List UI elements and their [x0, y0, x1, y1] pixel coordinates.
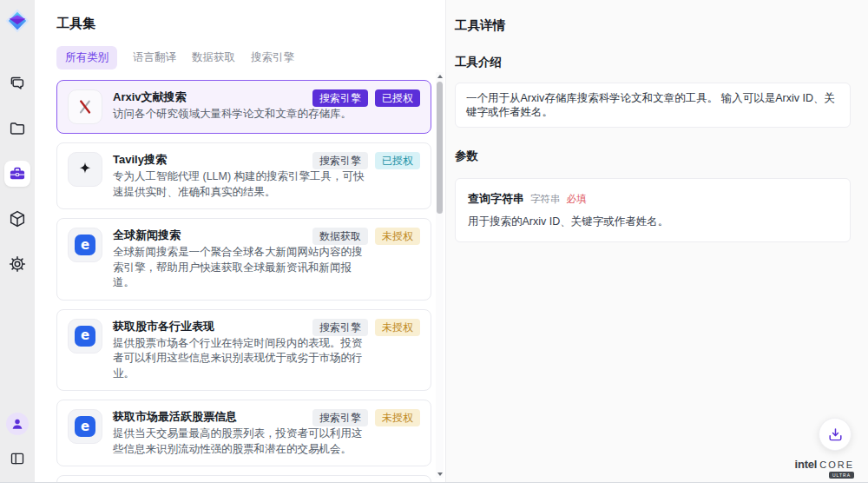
intro-heading: 工具介绍 [455, 55, 851, 70]
news-search-logo: e [75, 416, 95, 437]
tool-card[interactable]: Tavily搜索 专为人工智能代理 (LLM) 构建的搜索引擎工具，可快速提供实… [56, 142, 431, 209]
parameter-type: 字符串 [530, 193, 561, 206]
parameter-name: 查询字符串 [468, 191, 524, 207]
parameter-description: 用于搜索的Arxiv ID、关键字或作者姓名。 [468, 215, 838, 229]
category-tab[interactable]: 搜索引擎 [251, 46, 294, 69]
tool-description: 专为人工智能代理 (LLM) 构建的搜索引擎工具，可快速提供实时、准确和真实的结… [113, 169, 366, 200]
status-badge: 未授权 [375, 409, 420, 426]
news-search-icon: e [68, 319, 102, 354]
sidebar-item folder-icon[interactable] [4, 116, 30, 142]
tool-intro-card: 一个用于从Arxiv存储库搜索科学论文和文章的工具。 输入可以是Arxiv ID… [455, 83, 851, 128]
tool-card[interactable]: e 获取市场最活跃股票信息 提供当天交易量最高的股票列表，投资者可以利用这些信息… [56, 400, 431, 466]
tool-description: 提供当天交易量最高的股票列表，投资者可以利用这些信息来识别流动性强的股票和潜在的… [113, 426, 366, 457]
tool-intro-text: 一个用于从Arxiv存储库搜索科学论文和文章的工具。 输入可以是Arxiv ID… [466, 92, 835, 118]
intel-core-ultra-logo: intel core ultra [794, 458, 854, 479]
category-badge: 数据获取 [312, 228, 368, 245]
tool-badges: 搜索引擎 已授权 [312, 89, 420, 107]
status-badge: 已授权 [375, 89, 420, 107]
app-logo gem-logo-icon [4, 8, 30, 34]
category-tab[interactable]: 数据获取 [192, 46, 235, 69]
parameter-card: 查询字符串 字符串 必填 用于搜索的Arxiv ID、关键字或作者姓名。 [455, 178, 851, 242]
parameter-list: 查询字符串 字符串 必填 用于搜索的Arxiv ID、关键字或作者姓名。 [455, 178, 851, 242]
tool-badges: 搜索引擎 已授权 [312, 152, 420, 169]
sparkle-icon [68, 152, 102, 187]
sidebar-item cube-icon[interactable] [4, 206, 30, 232]
status-badge: 已授权 [375, 152, 420, 169]
tool-list: Arxiv文献搜索 访问各个研究领域大量科学论文和文章的存储库。 搜索引擎 已授… [56, 80, 431, 482]
category-tab[interactable]: 所有类别 [56, 46, 117, 69]
sidebar-item chat-icon[interactable] [4, 70, 30, 96]
tool-badges: 数据获取 未授权 [312, 228, 420, 245]
sidebar-bottom [0, 413, 35, 472]
parameter-required-flag: 必填 [567, 193, 587, 206]
category-tab[interactable]: 语言翻译 [133, 46, 176, 69]
tools-panel-title: 工具集 [56, 16, 431, 32]
list-scrollbar[interactable] [436, 72, 444, 478]
download-button[interactable] [819, 418, 852, 451]
sidebar-item collapse-panel-icon[interactable] [4, 446, 30, 472]
category-badge: 搜索引擎 [312, 152, 368, 169]
scrollbar-thumb[interactable] [437, 82, 443, 214]
sidebar-item user-avatar-icon[interactable] [6, 413, 29, 435]
category-tabs: 所有类别语言翻译数据获取搜索引擎 [56, 46, 431, 69]
detail-panel-title: 工具详情 [455, 17, 851, 34]
sidebar-item gear-icon[interactable] [4, 251, 30, 277]
category-badge: 搜索引擎 [312, 319, 368, 336]
tool-card[interactable]: e 全球新闻搜索 全球新闻搜索是一个聚合全球各大新闻网站内容的搜索引擎，帮助用户… [56, 218, 431, 301]
category-badge: 搜索引擎 [312, 89, 368, 107]
params-heading: 参数 [455, 149, 851, 164]
sidebar-item toolbox-icon[interactable] [4, 161, 30, 187]
tool-detail-panel: 工具详情 工具介绍 一个用于从Arxiv存储库搜索科学论文和文章的工具。 输入可… [445, 0, 868, 482]
app-window: 工具集 所有类别语言翻译数据获取搜索引擎 Arxiv文献搜索 访问各个研究领域大… [0, 0, 868, 483]
news-search-logo: e [75, 326, 95, 347]
ultra-badge: ultra [829, 472, 854, 479]
intel-wordmark: intel [794, 458, 817, 471]
category-badge: 搜索引擎 [312, 409, 368, 426]
tools-panel: 工具集 所有类别语言翻译数据获取搜索引擎 Arxiv文献搜索 访问各个研究领域大… [35, 0, 445, 482]
tool-description: 提供股票市场各个行业在特定时间段内的表现。投资者可以利用这些信息来识别表现优于或… [113, 336, 366, 382]
tool-card[interactable]: e 获取股市各行业表现 提供股票市场各个行业在特定时间段内的表现。投资者可以利用… [56, 309, 431, 392]
status-badge: 未授权 [375, 319, 420, 336]
status-badge: 未授权 [375, 228, 420, 245]
arxiv-icon [68, 89, 102, 124]
sidebar [0, 0, 35, 482]
tool-card[interactable]: 万维地区新闻查询 查询具体行政区划内的新闻，快速了解各地新闻动 搜索引擎 未授权 [56, 475, 431, 482]
tool-badges: 搜索引擎 未授权 [312, 319, 420, 336]
tool-card[interactable]: Arxiv文献搜索 访问各个研究领域大量科学论文和文章的存储库。 搜索引擎 已授… [56, 80, 431, 134]
scrollbar-down-arrow[interactable] [436, 470, 444, 478]
news-search-icon: e [68, 409, 102, 444]
news-search-icon: e [68, 228, 102, 262]
tool-description: 全球新闻搜索是一个聚合全球各大新闻网站内容的搜索引擎，帮助用户快速获取全球最新资… [113, 245, 366, 291]
core-wordmark: core [819, 459, 854, 470]
sidebar-nav [4, 70, 30, 277]
tool-description: 访问各个研究领域大量科学论文和文章的存储库。 [113, 107, 366, 122]
tool-badges: 搜索引擎 未授权 [312, 409, 420, 426]
news-search-logo: e [75, 235, 95, 255]
scrollbar-up-arrow[interactable] [436, 72, 444, 80]
